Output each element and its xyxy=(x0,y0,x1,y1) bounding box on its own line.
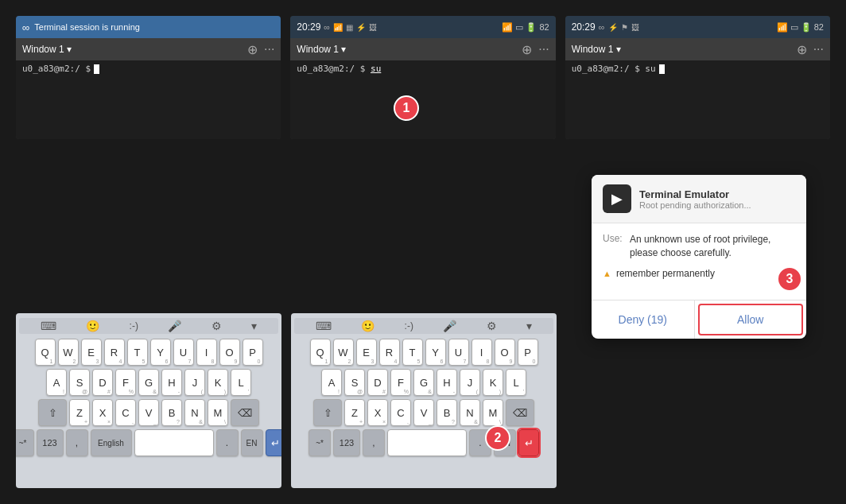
key-I[interactable]: I8 xyxy=(196,339,217,366)
key2-R[interactable]: R4 xyxy=(379,339,400,366)
panel2-add-icon[interactable]: ⊕ xyxy=(522,42,532,57)
key-H[interactable]: H- xyxy=(161,369,182,396)
key2-M[interactable]: M\ xyxy=(483,399,503,426)
keyboard2-toolbar: ⌨ 🙂 :-) 🎤 ⚙ ▾ xyxy=(294,318,553,334)
key-123[interactable]: 123 xyxy=(37,429,64,456)
key-language[interactable]: English xyxy=(91,429,132,456)
key-Y[interactable]: Y6 xyxy=(150,339,171,366)
more-options-icon[interactable]: ··· xyxy=(264,42,274,56)
keyboard-icon[interactable]: ⌨ xyxy=(41,320,56,332)
panel1-prompt: u0_a83@m2:/ $ xyxy=(22,64,274,74)
dialog-header: ▶ Terminal Emulator Root pending authori… xyxy=(592,175,806,223)
key2-U[interactable]: U7 xyxy=(448,339,469,366)
key-period-bottom[interactable]: . xyxy=(216,429,239,456)
allow-button[interactable]: Allow xyxy=(698,304,804,335)
key-N[interactable]: N& xyxy=(184,399,205,426)
key2-123[interactable]: 123 xyxy=(333,429,360,456)
key-X[interactable]: X× xyxy=(92,399,113,426)
key-F[interactable]: F% xyxy=(115,369,136,396)
key2-X[interactable]: X× xyxy=(367,399,388,426)
key-P[interactable]: P0 xyxy=(243,339,263,366)
key2-space[interactable] xyxy=(387,429,467,456)
key2-S[interactable]: S@ xyxy=(344,369,365,396)
key-Q[interactable]: Q1 xyxy=(35,339,56,366)
key2-E[interactable]: E3 xyxy=(356,339,377,366)
key-S[interactable]: S@ xyxy=(69,369,90,396)
key-enter[interactable]: ↵ xyxy=(266,429,282,456)
key2-N[interactable]: N& xyxy=(460,399,480,426)
keyboard2-chevron-down-icon[interactable]: ▾ xyxy=(526,320,532,332)
keyboard2-row2: A! S@ D# F% G& H- J( K) L' xyxy=(294,369,553,396)
key2-C[interactable]: C, xyxy=(390,399,411,426)
panel2-more-icon[interactable]: ··· xyxy=(538,42,549,56)
key-space[interactable] xyxy=(134,429,214,456)
key2-Y[interactable]: Y6 xyxy=(425,339,446,366)
key2-K[interactable]: K) xyxy=(483,369,503,396)
key-C[interactable]: C, xyxy=(115,399,136,426)
key-comma-bottom[interactable]: , xyxy=(66,429,88,456)
key2-comma-bottom[interactable]: , xyxy=(363,429,385,456)
keyboard2-icon[interactable]: ⌨ xyxy=(316,320,332,332)
key2-V[interactable]: V_ xyxy=(413,399,434,426)
key-R[interactable]: R4 xyxy=(104,339,125,366)
panel3-titlebar[interactable]: Window 1 ▾ ⊕ ··· xyxy=(565,38,830,60)
keyboard2-emoticon-icon[interactable]: 🙂 xyxy=(361,320,374,332)
key-O[interactable]: O9 xyxy=(219,339,240,366)
key2-P[interactable]: P0 xyxy=(518,339,538,366)
microphone-icon[interactable]: 🎤 xyxy=(168,320,181,332)
key-U[interactable]: U7 xyxy=(173,339,194,366)
key-J[interactable]: J( xyxy=(184,369,205,396)
key-shift[interactable]: ⇧ xyxy=(38,399,67,426)
key2-O[interactable]: O9 xyxy=(495,339,515,366)
keyboard2-microphone-icon[interactable]: 🎤 xyxy=(443,320,456,332)
panel3-more-icon[interactable]: ··· xyxy=(813,42,824,56)
keyboard2-emoticon-text-icon[interactable]: :-) xyxy=(405,320,413,331)
key-A[interactable]: A! xyxy=(46,369,67,396)
key2-T[interactable]: T5 xyxy=(402,339,423,366)
key-G[interactable]: G& xyxy=(138,369,159,396)
dialog-app-subtitle: Root pending authorization... xyxy=(639,200,751,210)
settings-icon[interactable]: ⚙ xyxy=(212,320,222,332)
key-B[interactable]: B? xyxy=(161,399,182,426)
key2-H[interactable]: H- xyxy=(437,369,457,396)
keyboard2-settings-icon[interactable]: ⚙ xyxy=(487,320,497,332)
key-sym[interactable]: ~* xyxy=(16,429,34,456)
key2-delete[interactable]: ⌫ xyxy=(506,399,534,426)
key-L[interactable]: L' xyxy=(231,369,251,396)
key-V[interactable]: V_ xyxy=(138,399,159,426)
key2-sym[interactable]: ~* xyxy=(309,429,331,456)
chevron-down-icon[interactable]: ▾ xyxy=(251,320,257,332)
deny-button[interactable]: Deny (19) xyxy=(592,300,695,339)
keyboard1-row1: Q1 W2 E3 R4 T5 Y6 U7 I8 O9 P0 xyxy=(19,339,278,366)
keyboard1-row3: ⇧ Z+ X× C, V_ B? N& M\ ⌫ xyxy=(19,399,278,426)
key2-I[interactable]: I8 xyxy=(472,339,492,366)
key2-B[interactable]: B? xyxy=(437,399,457,426)
key-Z[interactable]: Z+ xyxy=(69,399,90,426)
key-W[interactable]: W2 xyxy=(58,339,79,366)
emoticon-icon[interactable]: 🙂 xyxy=(86,320,99,332)
panel1-titlebar[interactable]: Window 1 ▾ ⊕ ··· xyxy=(16,38,281,60)
key-en[interactable]: EN xyxy=(241,429,263,456)
key2-shift[interactable]: ⇧ xyxy=(313,399,342,426)
key-K[interactable]: K) xyxy=(208,369,228,396)
key2-Z[interactable]: Z+ xyxy=(344,399,365,426)
key2-Q[interactable]: Q1 xyxy=(310,339,331,366)
panel2-titlebar[interactable]: Window 1 ▾ ⊕ ··· xyxy=(290,38,555,60)
add-window-icon[interactable]: ⊕ xyxy=(247,42,258,57)
key-D[interactable]: D# xyxy=(92,369,113,396)
key2-A[interactable]: A! xyxy=(321,369,342,396)
panel3-add-icon[interactable]: ⊕ xyxy=(797,42,807,57)
key-delete[interactable]: ⌫ xyxy=(231,399,259,426)
key2-J[interactable]: J( xyxy=(460,369,480,396)
key-T[interactable]: T5 xyxy=(127,339,148,366)
key2-F[interactable]: F% xyxy=(390,369,411,396)
key2-W[interactable]: W2 xyxy=(333,339,354,366)
key2-G[interactable]: G& xyxy=(413,369,434,396)
key2-L[interactable]: L' xyxy=(506,369,526,396)
emoticon-text-icon[interactable]: :-) xyxy=(130,320,138,331)
key2-D[interactable]: D# xyxy=(367,369,388,396)
key2-enter[interactable]: ↵ xyxy=(518,429,539,456)
key-M[interactable]: M\ xyxy=(208,399,228,426)
terminal-panels-row: ∞ Terminal session is running Window 1 ▾… xyxy=(16,16,830,139)
key-E[interactable]: E3 xyxy=(81,339,102,366)
